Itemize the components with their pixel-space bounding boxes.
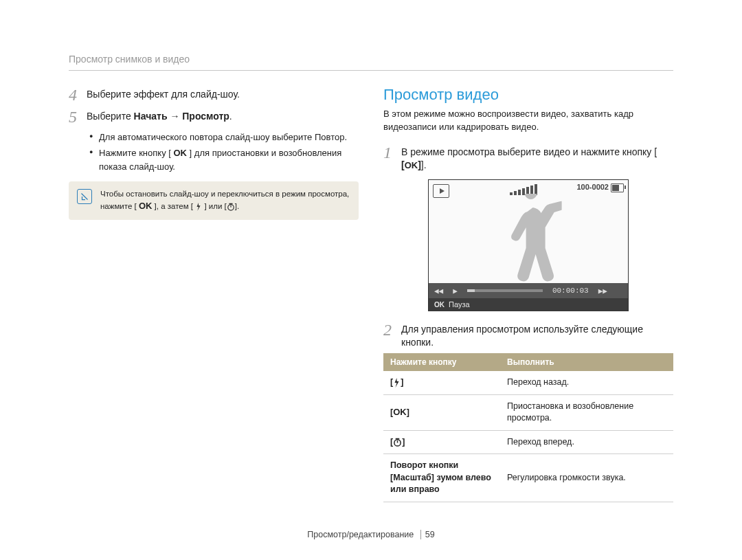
page-header: Просмотр снимков и видео <box>69 54 673 65</box>
step-2: 2 Для управления просмотром используйте … <box>383 321 673 349</box>
bullet-list: Для автоматического повтора слайд-шоу вы… <box>89 131 359 174</box>
play-mode-icon <box>433 184 449 198</box>
note-icon <box>77 189 92 204</box>
text: Выберите <box>87 111 134 122</box>
text-bold: Повтор <box>315 132 344 142</box>
bullet-item: Нажмите кнопку [ OK ] для приостановки и… <box>89 146 359 173</box>
table-row: [] Переход назад. <box>383 371 673 394</box>
note-text: Чтобы остановить слайд-шоу и переключить… <box>100 188 350 213</box>
rewind-icon: ◀◀ <box>434 287 443 295</box>
footer-section: Просмотр/редактирование <box>307 530 414 539</box>
step-number: 4 <box>69 86 87 104</box>
video-silhouette <box>500 194 562 283</box>
step-text: В режиме просмотра выберите видео и нажм… <box>401 144 657 172</box>
note-box: Чтобы остановить слайд-шоу и переключить… <box>69 181 359 220</box>
text: В режиме просмотра выберите видео и нажм… <box>401 146 657 157</box>
text: Нажмите кнопку [ <box>99 148 173 158</box>
timer-icon <box>393 438 402 447</box>
ok-icon: OK <box>173 148 187 158</box>
table-cell-button: [OK] <box>383 394 500 430</box>
ok-icon: OK <box>393 407 407 417</box>
table-header: Нажмите кнопку <box>383 353 500 371</box>
screen-video-area: 100-0002 <box>429 180 628 283</box>
text: ] или [ <box>202 202 227 210</box>
text: Для автоматического повтора слайд-шоу вы… <box>99 132 315 142</box>
table-row: Поворот кнопки [Масштаб] зумом влево или… <box>383 454 673 502</box>
step-number: 1 <box>383 144 401 161</box>
text: ]. <box>421 159 427 170</box>
timecode: 00:00:03 <box>552 287 589 295</box>
progress-bar <box>467 289 543 292</box>
step-5: 5 Выберите Начать → Просмотр. <box>69 108 359 126</box>
table-cell-action: Регулировка громкости звука. <box>500 454 673 502</box>
step-number: 5 <box>69 108 87 126</box>
pause-label: Пауза <box>449 300 470 309</box>
flash-icon <box>393 378 401 388</box>
screen-footer-bar: OK Пауза <box>429 298 628 311</box>
text: ]. <box>235 202 239 210</box>
section-description: В этом режиме можно воспроизвести видео,… <box>383 108 673 134</box>
camera-screen-mockup: 100-0002 ◀◀ ▶ 00:00:03 ▶▶ OK <box>428 179 629 311</box>
step-text: Выберите Начать → Просмотр. <box>87 108 232 123</box>
bullet-item: Для автоматического повтора слайд-шоу вы… <box>89 131 359 144</box>
table-header-row: Нажмите кнопку Выполнить <box>383 353 673 371</box>
right-column: Просмотр видео В этом режиме можно воспр… <box>383 86 673 502</box>
table-cell-action: Приостановка и возобновление просмотра. <box>500 394 673 430</box>
divider <box>69 70 673 71</box>
ok-icon: OK <box>405 160 418 170</box>
battery-icon <box>611 183 624 192</box>
ok-icon: OK <box>434 301 445 309</box>
file-counter: 100-0002 <box>577 183 609 191</box>
table-row: [] Переход вперед. <box>383 430 673 454</box>
table-row: [OK] Приостановка и возобновление просмо… <box>383 394 673 430</box>
step-4: 4 Выберите эффект для слайд-шоу. <box>69 86 359 104</box>
text: ], а затем [ <box>152 202 195 210</box>
step-text: Выберите эффект для слайд-шоу. <box>87 86 240 101</box>
table-cell-action: Переход назад. <box>500 371 673 394</box>
section-heading: Просмотр видео <box>383 86 673 104</box>
controls-table: Нажмите кнопку Выполнить [] Переход наза… <box>383 353 673 502</box>
text-bold: Начать → Просмотр <box>134 111 229 122</box>
table-cell-button: [] <box>383 371 500 394</box>
left-column: 4 Выберите эффект для слайд-шоу. 5 Выбер… <box>69 86 359 502</box>
timer-icon <box>227 203 235 211</box>
text: . <box>344 132 347 142</box>
page-footer: Просмотр/редактирование 59 <box>0 530 742 539</box>
play-icon: ▶ <box>453 287 458 295</box>
table-cell-button: Поворот кнопки [Масштаб] зумом влево или… <box>383 454 500 502</box>
fast-forward-icon: ▶▶ <box>598 287 607 295</box>
step-1: 1 В режиме просмотра выберите видео и на… <box>383 144 673 172</box>
table-cell-action: Переход вперед. <box>500 430 673 454</box>
footer-page-number: 59 <box>425 530 435 539</box>
step-number: 2 <box>383 321 401 339</box>
ok-icon: OK <box>139 201 153 211</box>
flash-icon <box>195 203 202 211</box>
table-header: Выполнить <box>500 353 673 371</box>
text: . <box>229 111 232 122</box>
two-column-layout: 4 Выберите эффект для слайд-шоу. 5 Выбер… <box>69 86 673 502</box>
screen-playback-bar: ◀◀ ▶ 00:00:03 ▶▶ <box>429 283 628 298</box>
table-cell-button: [] <box>383 430 500 454</box>
step-text: Для управления просмотром используйте сл… <box>401 321 673 349</box>
